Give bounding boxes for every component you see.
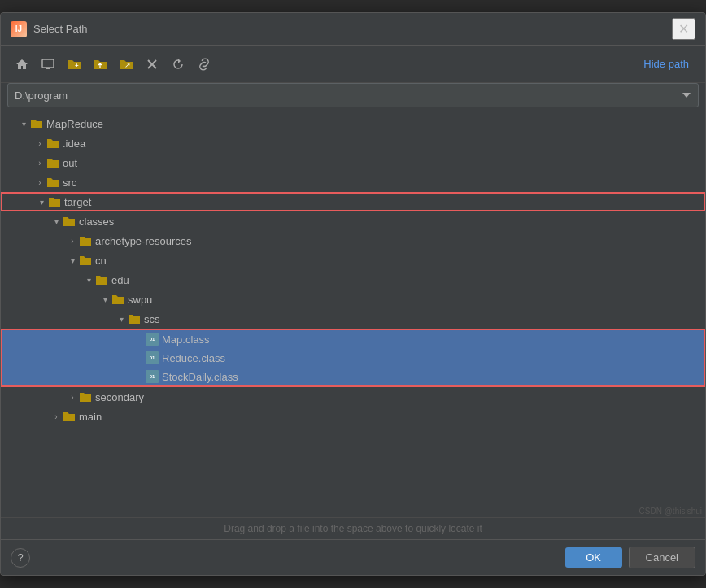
tree-label-src: src xyxy=(63,176,699,189)
tree-item-swpu[interactable]: ▾ swpu xyxy=(1,290,705,309)
folder-icon-cn xyxy=(79,255,92,266)
folder-icon-target xyxy=(48,196,61,207)
folder-icon-swpu xyxy=(111,294,124,305)
toggle-arrow-main: › xyxy=(50,412,63,421)
toggle-arrow-idea: › xyxy=(33,139,46,148)
tree-label-edu: edu xyxy=(111,274,699,286)
folder-link-button[interactable]: ↗ xyxy=(115,53,137,76)
path-bar xyxy=(7,83,699,107)
folder-icon-secondary xyxy=(79,391,92,403)
tree-item-idea[interactable]: › .idea xyxy=(1,133,705,153)
path-input[interactable] xyxy=(8,89,675,102)
close-button[interactable]: ✕ xyxy=(672,18,695,40)
refresh-button[interactable] xyxy=(167,53,190,76)
file-icon-stockdaily: 01 xyxy=(146,370,159,383)
tree-label-archetype: archetype-resources xyxy=(95,235,699,247)
app-icon: IJ xyxy=(11,21,27,37)
hide-path-button[interactable]: Hide path xyxy=(637,54,695,73)
toggle-arrow-scs: ▾ xyxy=(115,315,128,324)
title-bar: IJ Select Path ✕ xyxy=(1,13,705,46)
dialog-title: Select Path xyxy=(33,23,672,35)
folder-icon-scs xyxy=(128,313,141,324)
drag-hint: Drag and drop a file into the space abov… xyxy=(1,517,705,539)
bottom-bar: ? OK Cancel xyxy=(1,539,705,575)
tree-item-mapreduce[interactable]: ▾ MapReduce xyxy=(1,114,705,133)
tree-item-cn[interactable]: ▾ cn xyxy=(1,250,705,270)
toggle-arrow-archetype: › xyxy=(66,237,79,246)
tree-item-secondary[interactable]: › secondary xyxy=(1,387,705,407)
svg-text:+: + xyxy=(75,62,79,69)
folder-up-button[interactable] xyxy=(89,53,111,76)
svg-rect-1 xyxy=(46,68,50,69)
toggle-arrow-secondary: › xyxy=(66,393,79,402)
folder-icon-out xyxy=(46,157,59,168)
svg-rect-0 xyxy=(42,59,54,68)
watermark: CSDN @thisishui xyxy=(639,507,702,516)
tree-item-main[interactable]: › main xyxy=(1,407,705,426)
tree-label-scs: scs xyxy=(144,313,699,325)
tree-item-src[interactable]: › src xyxy=(1,172,705,192)
link-button[interactable] xyxy=(193,53,216,76)
tree-item-target[interactable]: ▾ target xyxy=(1,192,705,211)
toggle-arrow-cn: ▾ xyxy=(66,256,79,265)
tree-label-mapreduce: MapReduce xyxy=(46,118,699,130)
toggle-arrow-src: › xyxy=(33,178,46,187)
folder-icon-archetype xyxy=(79,235,92,246)
tree-label-main: main xyxy=(79,411,699,423)
tree-item-archetype-resources[interactable]: › archetype-resources xyxy=(1,231,705,250)
desktop-button[interactable] xyxy=(37,53,59,76)
toggle-arrow-out: › xyxy=(33,159,46,168)
tree-item-stockdaily-class[interactable]: 01 StockDaily.class xyxy=(1,368,705,387)
toggle-arrow-mapreduce: ▾ xyxy=(17,120,30,128)
tree-label-stockdaily-class: StockDaily.class xyxy=(162,371,697,383)
folder-icon-idea xyxy=(46,137,59,149)
tree-item-classes[interactable]: ▾ classes xyxy=(1,211,705,231)
tree-item-edu[interactable]: ▾ edu xyxy=(1,270,705,290)
new-folder-button[interactable]: + xyxy=(63,53,85,76)
tree-item-scs[interactable]: ▾ scs xyxy=(1,309,705,329)
tree-label-out: out xyxy=(63,157,699,169)
tree-label-reduce-class: Reduce.class xyxy=(162,352,697,364)
folder-icon-edu xyxy=(95,274,108,285)
tree-item-map-class[interactable]: 01 Map.class xyxy=(1,329,705,348)
toggle-arrow-target: ▾ xyxy=(35,198,48,207)
file-icon-map: 01 xyxy=(146,333,159,346)
tree-label-cn: cn xyxy=(95,255,699,267)
toolbar: + ↗ xyxy=(1,46,705,83)
folder-icon-classes xyxy=(63,216,76,227)
path-dropdown-button[interactable] xyxy=(675,84,698,107)
file-tree[interactable]: ▾ MapReduce › .idea › out › xyxy=(1,111,705,517)
tree-label-idea: .idea xyxy=(63,137,699,150)
tree-label-target: target xyxy=(64,196,697,208)
tree-label-classes: classes xyxy=(79,216,699,228)
folder-icon-mapreduce xyxy=(30,118,43,129)
delete-button[interactable] xyxy=(141,53,163,76)
tree-label-swpu: swpu xyxy=(128,294,699,306)
tree-label-secondary: secondary xyxy=(95,391,699,403)
cancel-button[interactable]: Cancel xyxy=(629,547,695,568)
tree-label-map-class: Map.class xyxy=(162,333,697,346)
select-path-dialog: IJ Select Path ✕ + xyxy=(0,12,706,576)
toggle-arrow-swpu: ▾ xyxy=(98,295,111,304)
toggle-arrow-classes: ▾ xyxy=(50,217,63,226)
ok-button[interactable]: OK xyxy=(565,547,622,568)
toggle-arrow-edu: ▾ xyxy=(82,276,95,285)
home-button[interactable] xyxy=(11,53,33,76)
svg-text:↗: ↗ xyxy=(124,61,131,69)
tree-item-reduce-class[interactable]: 01 Reduce.class xyxy=(1,348,705,368)
file-icon-reduce: 01 xyxy=(146,351,159,364)
folder-icon-src xyxy=(46,176,59,188)
help-button[interactable]: ? xyxy=(11,548,30,568)
tree-item-out[interactable]: › out xyxy=(1,153,705,172)
folder-icon-main xyxy=(63,411,76,422)
